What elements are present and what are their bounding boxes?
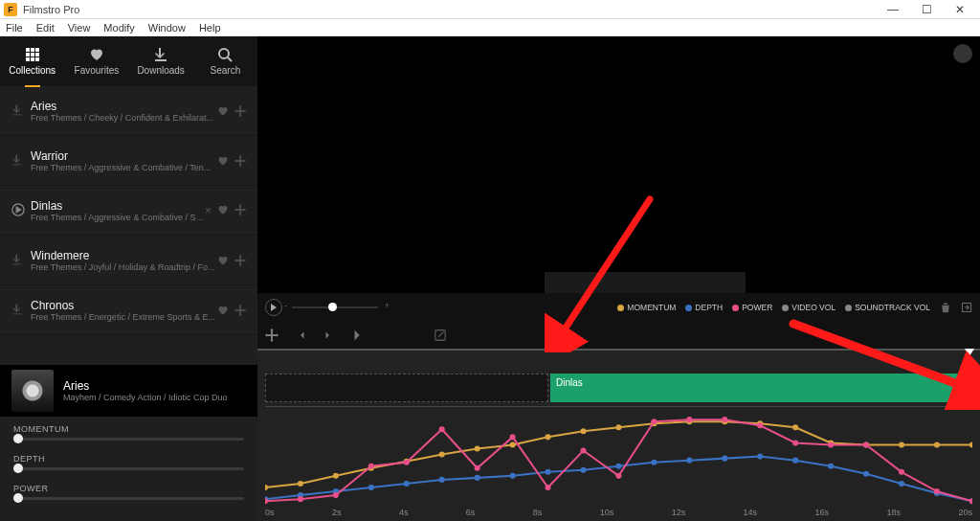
datapoint[interactable] [899, 481, 904, 487]
heart-icon[interactable] [217, 155, 229, 167]
user-avatar-icon[interactable] [953, 44, 972, 63]
datapoint[interactable] [757, 422, 763, 428]
datapoint[interactable] [686, 417, 692, 422]
close-button[interactable]: ✕ [955, 3, 969, 16]
track-row[interactable]: ChronosFree Themes / Energetic / Extreme… [0, 285, 257, 335]
move-icon[interactable] [234, 155, 246, 167]
datapoint[interactable] [792, 440, 798, 445]
datapoint[interactable] [404, 481, 410, 487]
datapoint[interactable] [899, 469, 904, 475]
datapoint[interactable] [368, 485, 374, 490]
datapoint[interactable] [546, 434, 551, 440]
track-row[interactable]: AriesFree Themes / Cheeky / Confident & … [0, 86, 257, 136]
download-icon[interactable] [11, 254, 23, 265]
edit-icon[interactable] [434, 328, 447, 342]
heart-icon[interactable] [217, 305, 229, 316]
timeline-dropzone[interactable] [265, 374, 548, 402]
datapoint[interactable] [969, 498, 972, 504]
slider-knob[interactable] [13, 434, 23, 443]
download-icon[interactable] [11, 154, 23, 166]
menu-modify[interactable]: Modify [103, 22, 134, 34]
datapoint[interactable] [580, 428, 586, 434]
download-icon[interactable] [11, 304, 23, 315]
datapoint[interactable] [580, 447, 586, 453]
export-icon[interactable] [961, 302, 972, 313]
split-right-icon[interactable] [323, 328, 336, 342]
datapoint[interactable] [934, 442, 940, 447]
datapoint[interactable] [368, 464, 374, 469]
datapoint[interactable] [298, 496, 303, 502]
datapoint[interactable] [651, 460, 657, 465]
datapoint[interactable] [510, 442, 516, 447]
split-left-icon[interactable] [294, 328, 307, 342]
automation-chart[interactable] [265, 408, 972, 505]
menu-window[interactable]: Window [148, 22, 186, 34]
datapoint[interactable] [298, 481, 303, 487]
slider-power[interactable]: POWER [13, 484, 244, 500]
tab-favourites[interactable]: Favourites [64, 36, 128, 86]
datapoint[interactable] [333, 473, 339, 479]
datapoint[interactable] [580, 467, 586, 473]
datapoint[interactable] [510, 434, 516, 440]
datapoint[interactable] [333, 492, 339, 498]
datapoint[interactable] [546, 485, 551, 490]
trash-icon[interactable] [940, 302, 951, 313]
maximize-button[interactable]: ☐ [922, 3, 936, 16]
menu-edit[interactable]: Edit [36, 22, 55, 34]
datapoint[interactable] [475, 465, 480, 471]
download-icon[interactable] [11, 104, 23, 116]
move-icon[interactable] [234, 255, 246, 266]
datapoint[interactable] [651, 419, 657, 424]
play-circle-icon[interactable] [11, 203, 25, 216]
track-row[interactable]: DinlasFree Themes / Aggressive & Combati… [0, 186, 257, 236]
tab-downloads[interactable]: Downloads [129, 36, 193, 86]
datapoint[interactable] [510, 473, 516, 479]
close-icon[interactable]: × [205, 204, 212, 217]
datapoint[interactable] [546, 469, 551, 475]
datapoint[interactable] [615, 464, 621, 469]
move-icon[interactable] [234, 105, 246, 117]
heart-icon[interactable] [217, 255, 229, 266]
slider-momentum[interactable]: MOMENTUM [13, 424, 244, 441]
datapoint[interactable] [615, 473, 621, 479]
menubar[interactable]: File Edit View Modify Window Help [0, 19, 980, 36]
move-icon[interactable] [265, 328, 278, 342]
datapoint[interactable] [828, 464, 834, 469]
tab-search[interactable]: Search [193, 36, 257, 86]
heart-icon[interactable] [217, 105, 229, 117]
datapoint[interactable] [439, 452, 445, 458]
datapoint[interactable] [863, 471, 869, 477]
datapoint[interactable] [757, 454, 763, 460]
datapoint[interactable] [475, 445, 480, 451]
skip-icon[interactable] [351, 328, 365, 342]
slider-depth[interactable]: DEPTH [13, 454, 244, 470]
menu-help[interactable]: Help [199, 22, 221, 34]
datapoint[interactable] [615, 424, 621, 430]
minimize-button[interactable]: — [887, 3, 902, 16]
slider-knob[interactable] [13, 493, 23, 503]
track-row[interactable]: WindemereFree Themes / Joyful / Holiday … [0, 236, 257, 285]
datapoint[interactable] [686, 458, 692, 464]
datapoint[interactable] [792, 458, 798, 464]
now-playing[interactable]: Aries Mayhem / Comedy Action / Idiotic C… [0, 365, 257, 417]
zoom-slider[interactable]: -+ [292, 306, 378, 308]
datapoint[interactable] [722, 417, 727, 422]
datapoint[interactable] [722, 456, 727, 462]
datapoint[interactable] [934, 488, 940, 494]
datapoint[interactable] [899, 442, 904, 447]
menu-view[interactable]: View [68, 22, 91, 34]
datapoint[interactable] [863, 442, 869, 447]
datapoint[interactable] [828, 442, 834, 447]
datapoint[interactable] [265, 485, 268, 490]
datapoint[interactable] [792, 424, 798, 430]
slider-knob[interactable] [13, 464, 23, 473]
datapoint[interactable] [439, 426, 445, 432]
heart-icon[interactable] [217, 204, 229, 215]
datapoint[interactable] [969, 442, 972, 447]
menu-file[interactable]: File [6, 22, 23, 34]
datapoint[interactable] [439, 477, 445, 483]
tab-collections[interactable]: Collections [0, 36, 64, 86]
move-icon[interactable] [234, 305, 246, 316]
move-icon[interactable] [234, 204, 246, 215]
track-row[interactable]: WarriorFree Themes / Aggressive & Combat… [0, 136, 257, 186]
